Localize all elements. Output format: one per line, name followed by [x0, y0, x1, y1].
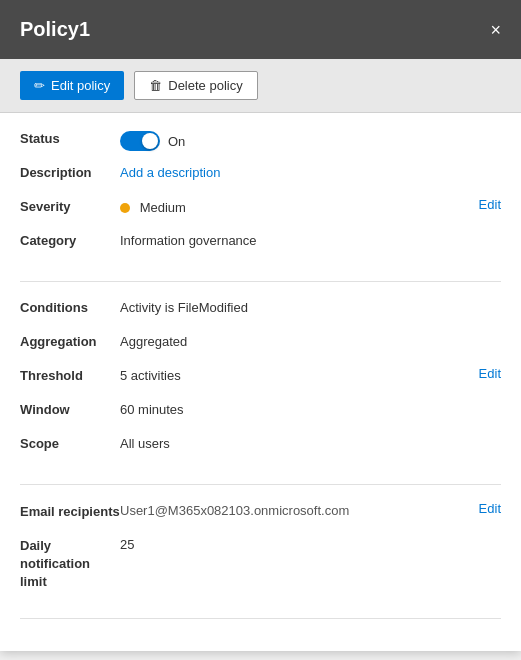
add-description-link[interactable]: Add a description: [120, 165, 220, 180]
threshold-value: 5 activities: [120, 366, 461, 383]
daily-notification-value: 25: [120, 535, 461, 552]
status-row: Status On: [20, 129, 501, 153]
email-recipients-edit-link[interactable]: Edit: [479, 501, 501, 516]
scope-label: Scope: [20, 434, 120, 451]
conditions-value: Activity is FileModified: [120, 298, 461, 315]
section-conditions: Conditions Activity is FileModified Aggr…: [20, 298, 501, 485]
status-value: On: [120, 129, 461, 151]
aggregation-row: Aggregation Aggregated: [20, 332, 501, 356]
email-recipients-value: User1@M365x082103.onmicrosoft.com: [120, 503, 349, 518]
description-label: Description: [20, 163, 120, 180]
modal-header: Policy1 ×: [0, 0, 521, 59]
severity-value: Medium: [140, 200, 186, 215]
severity-dot-icon: [120, 203, 130, 213]
category-row: Category Information governance: [20, 231, 501, 255]
category-value: Information governance: [120, 231, 461, 248]
severity-edit-link[interactable]: Edit: [479, 197, 501, 212]
category-label: Category: [20, 231, 120, 248]
threshold-row: Threshold 5 activities Edit: [20, 366, 501, 390]
window-value: 60 minutes: [120, 400, 461, 417]
close-button[interactable]: ×: [490, 21, 501, 39]
daily-notification-row: Daily notification limit 25: [20, 535, 501, 592]
status-on-label: On: [168, 134, 185, 149]
trash-icon: 🗑: [149, 78, 162, 93]
modal-title: Policy1: [20, 18, 90, 41]
scope-row: Scope All users: [20, 434, 501, 458]
email-recipients-row: Email recipients User1@M365x082103.onmic…: [20, 501, 501, 525]
severity-row: Severity Medium Edit: [20, 197, 501, 221]
delete-policy-button[interactable]: 🗑 Delete policy: [134, 71, 257, 100]
aggregation-value: Aggregated: [120, 332, 461, 349]
window-label: Window: [20, 400, 120, 417]
threshold-edit-link[interactable]: Edit: [479, 366, 501, 381]
conditions-label: Conditions: [20, 298, 120, 315]
status-label: Status: [20, 129, 120, 146]
section-basic: Status On Description: [20, 129, 501, 282]
edit-policy-button[interactable]: ✏ Edit policy: [20, 71, 124, 100]
email-recipients-label: Email recipients: [20, 501, 120, 521]
section-notifications: Email recipients User1@M365x082103.onmic…: [20, 501, 501, 619]
scope-value: All users: [120, 434, 461, 451]
conditions-row: Conditions Activity is FileModified: [20, 298, 501, 322]
description-row: Description Add a description: [20, 163, 501, 187]
status-toggle[interactable]: [120, 131, 160, 151]
window-row: Window 60 minutes: [20, 400, 501, 424]
threshold-label: Threshold: [20, 366, 120, 383]
severity-label: Severity: [20, 197, 120, 214]
aggregation-label: Aggregation: [20, 332, 120, 349]
pencil-icon: ✏: [34, 78, 45, 93]
daily-notification-label: Daily notification limit: [20, 535, 120, 592]
modal-container: Policy1 × ✏ Edit policy 🗑 Delete policy …: [0, 0, 521, 651]
content-area: Status On Description: [0, 113, 521, 651]
toolbar: ✏ Edit policy 🗑 Delete policy: [0, 59, 521, 113]
